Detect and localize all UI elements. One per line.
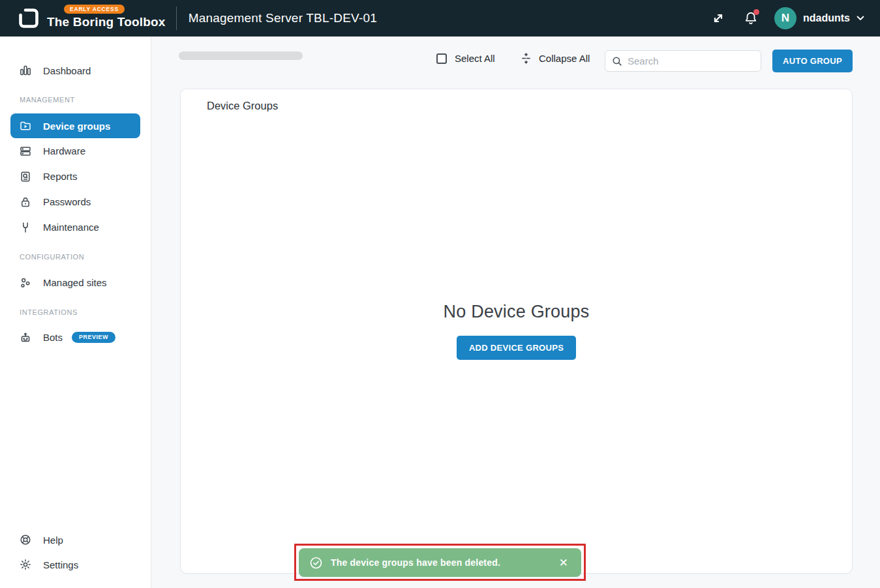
sidebar-item-passwords[interactable]: Passwords [0,189,151,214]
app-header: EARLY ACCESS The Boring Toolbox Manageme… [0,0,880,37]
search-icon [612,56,622,66]
preview-badge: PREVIEW [72,332,115,343]
sites-nodes-icon [20,277,31,289]
sidebar-section-management: MANAGEMENT [20,95,151,104]
header-actions: N ndadunts [706,7,864,30]
sidebar-item-label: Settings [43,559,78,570]
sidebar-item-label: Help [43,535,63,546]
folder-play-icon [20,120,31,132]
sidebar-item-label: Device groups [43,121,110,132]
sidebar-item-bots[interactable]: Bots PREVIEW [0,325,151,350]
success-toast: The device groups have been deleted. ✕ [299,548,581,577]
lock-icon [20,196,31,208]
sidebar-item-dashboard[interactable]: Dashboard [0,58,151,83]
header-divider [176,7,177,30]
sidebar-section-integrations: INTEGRATIONS [20,308,151,317]
empty-state-title: No Device Groups [181,302,852,322]
collapse-all-control[interactable]: Collapse All [521,53,590,64]
sidebar-item-label: Bots [43,332,63,343]
sidebar-item-label: Managed sites [43,277,107,288]
sidebar-item-help[interactable]: Help [0,527,151,552]
sidebar-item-reports[interactable]: Reports [0,164,151,189]
page-title: Management Server TBL-DEV-01 [189,11,377,25]
wrench-icon [20,222,31,233]
chevron-down-icon [857,16,864,21]
sidebar-item-label: Reports [43,171,78,182]
sidebar-item-maintenance[interactable]: Maintenance [0,214,151,240]
sidebar-item-label: Maintenance [43,222,99,233]
sidebar-item-label: Dashboard [43,65,91,76]
user-avatar[interactable]: N [774,7,797,29]
brand-name: The Boring Toolbox [47,15,166,29]
server-stack-icon [20,145,31,157]
check-circle-icon [309,556,323,570]
brand-block: EARLY ACCESS The Boring Toolbox [47,5,166,29]
sidebar-section-configuration: CONFIGURATION [20,252,151,261]
robot-icon [20,332,31,344]
search-box [605,50,761,72]
sidebar: Dashboard MANAGEMENT Device groups Hardw… [0,37,151,588]
add-device-groups-button[interactable]: ADD DEVICE GROUPS [457,336,576,360]
select-all-checkbox[interactable] [436,53,447,64]
select-all-control[interactable]: Select All [436,53,495,64]
fullscreen-button[interactable] [706,7,730,30]
search-input[interactable] [628,55,757,66]
app-logo-icon [17,7,40,30]
empty-state: No Device Groups ADD DEVICE GROUPS [181,302,852,360]
collapse-all-label: Collapse All [539,53,590,64]
auto-group-button[interactable]: AUTO GROUP [772,50,853,72]
panel-title: Device Groups [207,100,278,112]
toast-close-icon[interactable]: ✕ [556,555,571,571]
select-all-label: Select All [455,53,495,64]
device-groups-panel: Device Groups No Device Groups ADD DEVIC… [180,89,853,574]
sidebar-item-label: Hardware [43,145,85,156]
collapse-vertical-icon [521,53,532,64]
user-menu-button[interactable] [857,16,864,21]
sidebar-item-settings[interactable]: Settings [0,552,151,577]
user-name[interactable]: ndadunts [803,12,850,24]
expand-arrows-icon [712,12,725,25]
loading-skeleton-bar [179,51,303,60]
sidebar-bottom: Help Settings [0,527,151,577]
toast-message: The device groups have been deleted. [331,557,500,568]
lifebuoy-icon [20,534,31,546]
notification-dot [753,9,759,15]
gear-icon [20,559,31,570]
notifications-button[interactable] [739,7,763,30]
report-document-icon [20,171,31,183]
sidebar-item-hardware[interactable]: Hardware [0,138,151,164]
sidebar-item-label: Passwords [43,196,91,207]
early-access-badge: EARLY ACCESS [64,5,125,14]
sidebar-item-device-groups[interactable]: Device groups [10,113,140,138]
sidebar-item-managed-sites[interactable]: Managed sites [0,270,151,295]
bar-chart-icon [20,65,31,76]
main-content: Select All Collapse All AUTO GROUP Devic… [151,37,880,588]
